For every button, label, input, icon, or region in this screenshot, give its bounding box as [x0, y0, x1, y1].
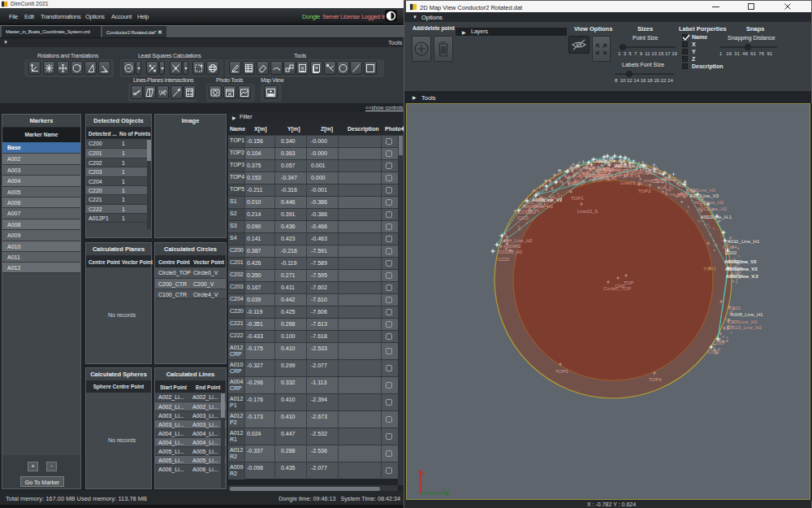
svg-text:A011_Line_H1: A011_Line_H1 [728, 239, 760, 244]
svg-text:C221: C221 [517, 215, 529, 220]
svg-text:A004_Line_H2: A004_Line_H2 [500, 238, 533, 243]
svg-text:x: x [442, 488, 444, 493]
svg-text:A008_Line_H1: A008_Line_H1 [731, 312, 763, 317]
svg-text:TOP1: TOP1 [571, 196, 584, 201]
svg-text:C010B_H2: C010B_H2 [499, 250, 523, 254]
svg-text:Line_V3: Line_V3 [640, 166, 659, 171]
svg-text:CRP: CRP [615, 284, 625, 289]
svg-text:Line23_S: Line23_S [620, 180, 641, 185]
svg-text:C222: C222 [498, 257, 510, 262]
svg-text:Line_H1: Line_H1 [659, 186, 674, 190]
svg-text:A003Line_V3: A003Line_V3 [689, 193, 719, 198]
svg-text:A006Line_H1: A006Line_H1 [686, 188, 716, 193]
svg-text:ine_H2: ine_H2 [646, 178, 660, 183]
svg-text:A010Line_H2: A010Line_H2 [578, 173, 608, 178]
svg-text:A0023_Line_H2: A0023_Line_H2 [727, 325, 762, 330]
svg-text:A012Line_H2: A012Line_H2 [698, 206, 728, 211]
svg-text:A002Line_H.1: A002Line_H.1 [701, 215, 732, 219]
svg-text:C100: C100 [707, 350, 719, 354]
svg-text:TOP4: TOP4 [649, 377, 662, 382]
svg-text:A004B: A004B [573, 179, 586, 184]
svg-text:A008Line_H2: A008Line_H2 [694, 200, 724, 205]
svg-text:C302: C302 [725, 250, 737, 255]
svg-text:TOP2: TOP2 [638, 189, 651, 193]
svg-text:A009R2: A009R2 [503, 244, 521, 249]
svg-text:TOP: TOP [624, 280, 633, 285]
svg-text:A005Bline_V3: A005Bline_V3 [725, 267, 758, 271]
svg-text:A004Bline_H1: A004Bline_H1 [522, 204, 554, 209]
svg-text:C012R2: C012R2 [518, 210, 537, 215]
svg-text:C1184: C1184 [723, 245, 737, 250]
svg-text:C101: C101 [729, 306, 741, 310]
svg-text:C305Line_H1: C305Line_H1 [728, 319, 758, 324]
svg-text:C200: C200 [712, 341, 724, 345]
svg-text:A008Bline_V2: A008Bline_V2 [724, 259, 757, 264]
svg-text:A005Line_H2: A005Line_H2 [568, 166, 598, 171]
svg-text:B_V3: B_V3 [677, 193, 688, 198]
svg-text:Y: Y [422, 471, 425, 476]
svg-text:Line22_S: Line22_S [577, 209, 598, 214]
svg-text:TOP3: TOP3 [703, 267, 716, 271]
svg-text:A0023line_V.2: A0023line_V.2 [726, 274, 758, 279]
svg-text:TOP5: TOP5 [555, 369, 568, 374]
svg-text:A004Line_V2: A004Line_V2 [532, 198, 563, 202]
